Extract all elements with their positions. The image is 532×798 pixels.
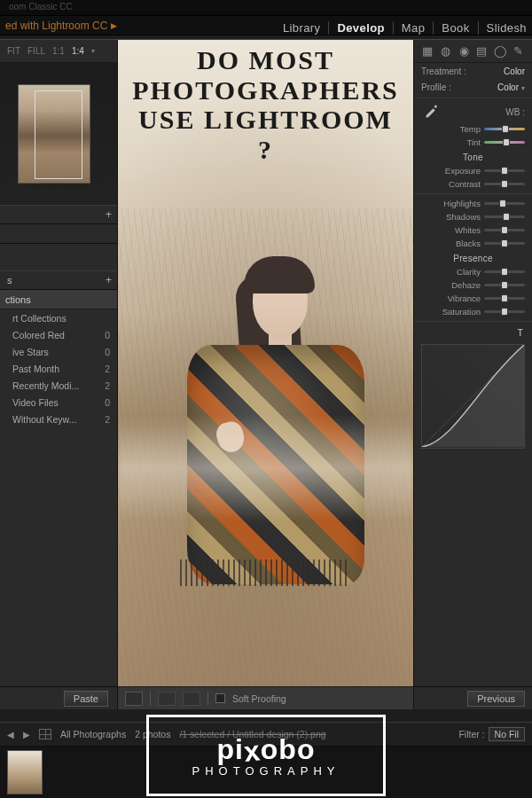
chevron-right-icon: ▶ — [111, 21, 117, 30]
presence-section: Presence — [414, 250, 532, 265]
slider-knob[interactable] — [503, 138, 510, 146]
app-root: oom Classic CC ed with Lightroom CC ▶ Li… — [0, 0, 532, 798]
treatment-label: Treatment : — [421, 66, 466, 76]
tone-section: Tone — [414, 149, 532, 164]
slider-knob[interactable] — [501, 226, 508, 234]
brand-overlay: pixobo PHOTOGRAPHY — [146, 715, 386, 796]
headline-line-1: DO MOST — [127, 45, 404, 75]
loupe-view-icon[interactable] — [125, 692, 143, 706]
right-panel-footer: Previous — [414, 686, 532, 709]
crop-icon[interactable]: ▦ — [421, 44, 434, 59]
treatment-value: Color — [504, 66, 525, 76]
tint-slider[interactable]: Tint — [414, 136, 532, 149]
filmstrip-thumbnail[interactable] — [7, 750, 43, 794]
app-title: oom Classic CC — [9, 2, 73, 12]
radial-filter-icon[interactable]: ◯ — [494, 44, 507, 59]
filmstrip-source[interactable]: All Photographs — [60, 729, 126, 739]
slider-knob[interactable] — [501, 268, 508, 276]
zoom-ratio[interactable]: 1:4 — [72, 46, 84, 56]
identity-text: ed with Lightroom CC — [5, 20, 107, 32]
slider-knob[interactable] — [501, 167, 508, 175]
wb-label: WB : — [505, 107, 525, 117]
module-map[interactable]: Map — [394, 21, 434, 35]
slider-knob[interactable] — [501, 281, 508, 289]
saturation-slider[interactable]: Saturation — [414, 305, 532, 318]
slider-knob[interactable] — [501, 294, 508, 302]
collection-row[interactable]: rt Collections — [0, 309, 117, 326]
plus-icon[interactable]: + — [106, 208, 112, 221]
module-library[interactable]: Library — [275, 21, 330, 35]
navigator-thumbnail — [18, 84, 90, 184]
spot-removal-icon[interactable]: ◍ — [439, 44, 451, 59]
exposure-slider[interactable]: Exposure — [414, 164, 532, 177]
paste-button[interactable]: Paste — [64, 691, 108, 707]
nav-back-icon[interactable]: ◀ — [7, 730, 14, 739]
main-area: FIT FILL 1:1 1:4 ▾ + s + ctions rt Colle… — [0, 39, 532, 709]
brush-icon[interactable]: ✎ — [512, 44, 525, 59]
headline-line-3: USE LIGHTROOM ? — [127, 105, 404, 164]
slider-knob[interactable] — [503, 213, 510, 221]
redeye-icon[interactable]: ◉ — [458, 44, 470, 59]
graduated-filter-icon[interactable]: ▤ — [475, 44, 488, 59]
collections-panel-body: ctions rt Collections Colored Red0 ive S… — [0, 290, 117, 427]
clarity-slider[interactable]: Clarity — [414, 265, 532, 278]
overlay-headline: DO MOST PHOTOGRAPHERS USE LIGHTROOM ? — [127, 45, 404, 164]
zoom-fit[interactable]: FIT — [7, 46, 20, 56]
vibrance-slider[interactable]: Vibrance — [414, 292, 532, 305]
plus-icon[interactable]: + — [106, 274, 112, 286]
chevron-down-icon: ▾ — [521, 84, 525, 92]
filmstrip-filter: Filter : No Fil — [458, 727, 525, 741]
before-after-tb-icon[interactable] — [183, 692, 200, 706]
presets-panel-header[interactable]: + — [0, 205, 117, 224]
filter-dropdown[interactable]: No Fil — [489, 727, 525, 741]
module-slideshow[interactable]: Slidesh — [479, 21, 527, 35]
module-book[interactable]: Book — [434, 21, 478, 35]
left-panel: FIT FILL 1:1 1:4 ▾ + s + ctions rt Colle… — [0, 40, 118, 709]
soft-proofing-label: Soft Proofing — [232, 693, 286, 704]
soft-proofing-checkbox[interactable] — [215, 693, 225, 703]
collection-row[interactable]: Colored Red0 — [0, 326, 117, 343]
slider-knob[interactable] — [501, 308, 508, 316]
collection-row[interactable]: Recently Modi...2 — [0, 377, 117, 394]
collections-panel-header[interactable]: s + — [0, 270, 117, 290]
slider-knob[interactable] — [502, 125, 509, 133]
temp-slider[interactable]: Temp — [414, 122, 532, 136]
chevron-down-icon[interactable]: ▾ — [91, 47, 95, 55]
before-after-lr-icon[interactable] — [158, 692, 176, 706]
collection-row[interactable]: ive Stars0 — [0, 343, 117, 360]
whites-slider[interactable]: Whites — [414, 223, 532, 237]
panel-spacer — [0, 224, 117, 244]
slider-knob[interactable] — [501, 180, 508, 188]
slider-knob[interactable] — [501, 239, 508, 247]
filter-label: Filter : — [458, 729, 484, 739]
brand-name: pixobo — [217, 733, 316, 766]
zoom-fill[interactable]: FILL — [27, 46, 45, 56]
brand-tagline: PHOTOGRAPHY — [192, 764, 340, 778]
smart-collections-header[interactable]: ctions — [0, 290, 117, 309]
white-balance-picker-icon[interactable] — [421, 101, 442, 122]
tone-curve-header[interactable]: T — [414, 325, 532, 340]
right-panel: ▦ ◍ ◉ ▤ ◯ ✎ Treatment : Color Profile : … — [413, 40, 532, 709]
contrast-slider[interactable]: Contrast — [414, 177, 532, 191]
collection-row[interactable]: Video Files0 — [0, 394, 117, 411]
collection-row[interactable]: Without Keyw...2 — [0, 411, 117, 427]
tone-curve[interactable] — [421, 344, 525, 449]
module-develop[interactable]: Develop — [329, 21, 393, 35]
slider-knob[interactable] — [499, 200, 506, 207]
previous-button[interactable]: Previous — [467, 691, 525, 707]
tool-strip: ▦ ◍ ◉ ▤ ◯ ✎ — [414, 40, 532, 63]
dehaze-slider[interactable]: Dehaze — [414, 278, 532, 292]
navigator-preview[interactable] — [0, 63, 117, 205]
treatment-row[interactable]: Treatment : Color — [414, 63, 532, 79]
collection-row[interactable]: Past Month2 — [0, 360, 117, 377]
image-canvas[interactable]: DO MOST PHOTOGRAPHERS USE LIGHTROOM ? — [118, 40, 413, 686]
grid-view-icon[interactable] — [39, 729, 51, 739]
zoom-1-1[interactable]: 1:1 — [52, 46, 65, 56]
profile-row[interactable]: Profile : Color▾ — [414, 79, 532, 95]
collections-panel-title: s — [5, 275, 12, 286]
nav-forward-icon[interactable]: ▶ — [23, 730, 30, 739]
shadows-slider[interactable]: Shadows — [414, 210, 532, 223]
highlights-slider[interactable]: Highlights — [414, 197, 532, 210]
blacks-slider[interactable]: Blacks — [414, 237, 532, 250]
module-picker: Library Develop Map Book Slidesh — [275, 18, 527, 37]
